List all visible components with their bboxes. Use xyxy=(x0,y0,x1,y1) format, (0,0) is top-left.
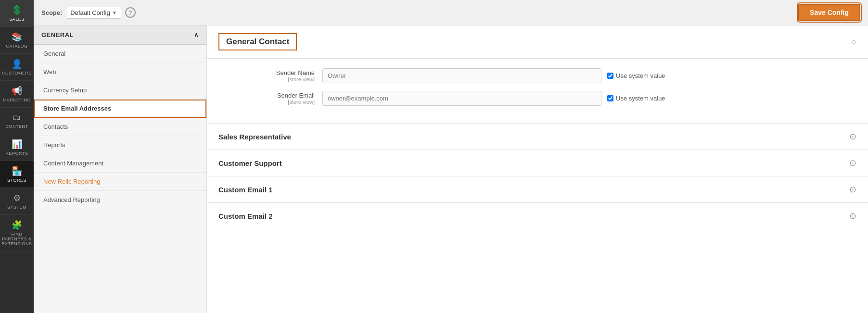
system-icon: ⚙ xyxy=(13,193,21,203)
sidebar-item-marketing[interactable]: 📢 MARKETING xyxy=(0,81,34,108)
sidebar-label-stores: STORES xyxy=(7,178,26,183)
sidebar-item-customers[interactable]: 👤 CUSTOMERS xyxy=(0,54,34,81)
topbar-left: Scope: Default Config ▼ ? xyxy=(41,7,136,19)
left-panel-item-general[interactable]: General xyxy=(34,45,206,63)
sender-email-row: Sender Email [store view] Use system val… xyxy=(226,91,849,106)
sender-name-row: Sender Name [store view] Use system valu… xyxy=(226,68,849,83)
sidebar-label-marketing: MARKETING xyxy=(3,98,31,102)
sales-icon: 💲 xyxy=(12,5,23,15)
sender-email-use-system-value: Use system value xyxy=(607,95,665,102)
topbar: Scope: Default Config ▼ ? Save Config xyxy=(34,0,868,25)
stores-icon: 🏪 xyxy=(12,166,23,176)
custom-email-2-toggle-icon: ⊙ xyxy=(849,211,856,221)
customer-support-title: Customer Support xyxy=(218,159,282,167)
customers-icon: 👤 xyxy=(12,59,23,69)
sender-name-label: Sender Name [store view] xyxy=(226,69,322,82)
content-area: GENERAL ∧ General Web Currency Setup Sto… xyxy=(34,25,868,313)
sender-name-use-system-value: Use system value xyxy=(607,72,665,79)
custom-email-2-section[interactable]: Custom Email 2 ⊙ xyxy=(207,202,868,229)
sidebar-item-find-partners[interactable]: 🧩 FIND PARTNERS & EXTENSIONS xyxy=(0,215,34,251)
general-contact-section-header: General Contact ○ xyxy=(207,25,868,59)
sidebar-item-system[interactable]: ⚙ SYSTEM xyxy=(0,188,34,215)
save-config-button[interactable]: Save Config xyxy=(798,4,860,21)
right-panel: General Contact ○ Sender Name [store vie… xyxy=(207,25,868,313)
sidebar-item-reports[interactable]: 📊 REPORTS xyxy=(0,134,34,161)
scope-label: Scope: xyxy=(41,9,62,16)
custom-email-1-toggle-icon: ⊙ xyxy=(849,184,856,195)
left-panel-item-currency-setup[interactable]: Currency Setup xyxy=(34,81,206,100)
sidebar-label-system: SYSTEM xyxy=(7,205,26,210)
sender-email-input[interactable] xyxy=(322,91,601,106)
custom-email-2-title: Custom Email 2 xyxy=(218,212,273,220)
left-panel-item-web[interactable]: Web xyxy=(34,63,206,81)
left-panel-item-reports[interactable]: Reports xyxy=(34,136,206,154)
general-contact-title: General Contact xyxy=(218,33,297,50)
sidebar-item-content[interactable]: 🗂 CONTENT xyxy=(0,108,34,134)
sales-representative-section[interactable]: Sales Representative ⊙ xyxy=(207,123,868,150)
left-panel-item-contacts[interactable]: Contacts xyxy=(34,118,206,136)
sidebar-item-catalog[interactable]: 📚 CATALOG xyxy=(0,27,34,54)
left-panel: GENERAL ∧ General Web Currency Setup Sto… xyxy=(34,25,207,313)
left-panel-title: GENERAL xyxy=(41,31,74,38)
left-panel-header: GENERAL ∧ xyxy=(34,25,206,45)
marketing-icon: 📢 xyxy=(12,86,23,96)
sidebar-label-reports: REPORTS xyxy=(6,151,28,156)
sidebar-label-catalog: CATALOG xyxy=(6,44,27,49)
customer-support-toggle-icon: ⊙ xyxy=(849,158,856,168)
sidebar: 💲 SALES 📚 CATALOG 👤 CUSTOMERS 📢 MARKETIN… xyxy=(0,0,34,313)
sidebar-item-stores[interactable]: 🏪 STORES xyxy=(0,161,34,188)
chevron-down-icon: ▼ xyxy=(112,10,117,15)
reports-icon: 📊 xyxy=(12,139,23,150)
find-partners-icon: 🧩 xyxy=(12,220,23,230)
general-contact-toggle-icon[interactable]: ○ xyxy=(851,37,856,47)
main-area: Scope: Default Config ▼ ? Save Config GE… xyxy=(34,0,868,313)
left-panel-item-advanced-reporting[interactable]: Advanced Reporting xyxy=(34,191,206,209)
sender-name-system-value-checkbox[interactable] xyxy=(607,73,613,79)
customer-support-section[interactable]: Customer Support ⊙ xyxy=(207,150,868,176)
sidebar-label-customers: CUSTOMERS xyxy=(2,71,32,75)
catalog-icon: 📚 xyxy=(12,32,23,42)
scope-value: Default Config xyxy=(70,9,110,16)
sender-email-label: Sender Email [store view] xyxy=(226,92,322,105)
left-panel-item-store-email-addresses[interactable]: Store Email Addresses xyxy=(34,100,206,118)
sales-representative-title: Sales Representative xyxy=(218,133,291,141)
sender-name-input[interactable] xyxy=(322,68,601,83)
sales-representative-toggle-icon: ⊙ xyxy=(849,131,856,142)
general-contact-form: Sender Name [store view] Use system valu… xyxy=(207,59,868,123)
sidebar-label-content: CONTENT xyxy=(6,124,28,129)
sidebar-label-sales: SALES xyxy=(9,17,25,22)
help-icon[interactable]: ? xyxy=(125,7,136,18)
left-panel-item-content-management[interactable]: Content Management xyxy=(34,154,206,173)
custom-email-1-section[interactable]: Custom Email 1 ⊙ xyxy=(207,176,868,202)
sidebar-item-sales[interactable]: 💲 SALES xyxy=(0,0,34,27)
chevron-up-icon: ∧ xyxy=(194,31,199,38)
left-panel-item-new-relic-reporting[interactable]: New Relic Reporting xyxy=(34,173,206,191)
content-icon: 🗂 xyxy=(13,113,22,123)
custom-email-1-title: Custom Email 1 xyxy=(218,186,273,194)
sidebar-label-find-partners: FIND PARTNERS & EXTENSIONS xyxy=(2,232,32,246)
scope-dropdown[interactable]: Default Config ▼ xyxy=(66,7,121,19)
sender-email-system-value-checkbox[interactable] xyxy=(607,95,613,101)
